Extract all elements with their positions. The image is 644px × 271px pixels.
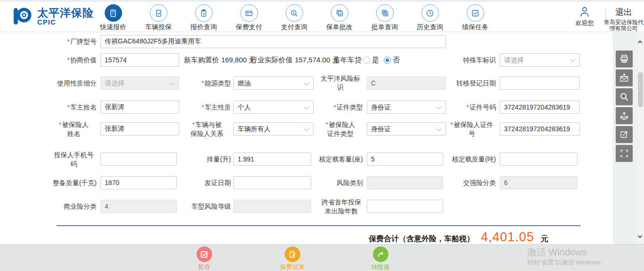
- model-risk-input: [233, 200, 311, 213]
- scroll-up-icon[interactable]: [638, 41, 643, 45]
- nav-item-policy-endorse[interactable]: 保单批改: [317, 2, 362, 32]
- welcome-text: 欢迎您: [576, 19, 594, 27]
- field-label-cpic-risk: 太平洋风险标 识: [320, 74, 361, 92]
- nav-item-quick-quote[interactable]: 快速报价: [91, 2, 136, 32]
- issue-date-input[interactable]: [233, 176, 311, 189]
- nav-item-premium-pay[interactable]: 保费支付: [226, 2, 272, 32]
- action-label: 保费试算: [280, 263, 305, 271]
- load-input[interactable]: [500, 152, 578, 166]
- owner-type-select[interactable]: 个人: [233, 101, 314, 114]
- user-icon: [578, 6, 591, 18]
- nav-label: 历史查询: [417, 23, 443, 32]
- save-draft-button[interactable]: 暂存: [181, 246, 228, 271]
- main-nav: 快速报价 车辆投保 ¥ 报价查询: [91, 2, 498, 32]
- negotiated-value-input[interactable]: [100, 53, 179, 67]
- nav-item-history-query[interactable]: 历史查询: [407, 2, 453, 32]
- edit-button[interactable]: [616, 126, 633, 143]
- relation-select[interactable]: 车辆所有人: [233, 122, 314, 136]
- special-flag-select[interactable]: 请选择: [500, 53, 580, 67]
- cert-no-input[interactable]: [500, 101, 580, 114]
- app-window: 太平洋保险 CPIC 快速报价: [0, 0, 644, 271]
- field-label-load: 核定载质量(吨): [438, 152, 496, 166]
- loan-yes-radio[interactable]: 是: [363, 53, 379, 67]
- chevron-down-icon: [436, 126, 441, 131]
- cpic-risk-input: [367, 76, 446, 90]
- edit-icon: [619, 129, 629, 140]
- seats-input[interactable]: [367, 152, 443, 166]
- windows-activation-watermark-sub: 转到“设置”以激活 Windows。: [527, 258, 607, 267]
- field-label-transfer-date: 转移登记日期: [443, 76, 496, 90]
- history-query-icon: [421, 4, 439, 22]
- transfer-date-input[interactable]: [500, 76, 580, 90]
- new-car-price-text: 新车购置价 169,800 元: [184, 53, 256, 67]
- field-label-curb-weight: 整备质量(千克): [19, 176, 97, 189]
- brand-model-input[interactable]: [100, 35, 446, 48]
- nav-item-pay-query[interactable]: ¥ 支付查询: [272, 2, 317, 32]
- phone-input[interactable]: [100, 152, 177, 166]
- premium-calc-button[interactable]: 保费试算: [269, 246, 316, 271]
- right-tool-rail: [613, 33, 644, 244]
- logout-area: 退出 青岛安达保险代理有限公司: [603, 7, 644, 32]
- nav-label: 保单批改: [326, 23, 353, 32]
- logout-button[interactable]: 退出: [615, 7, 632, 18]
- loan-no-radio[interactable]: 否: [384, 53, 400, 67]
- brand-title: 太平洋保险: [37, 7, 94, 18]
- radio-checked-icon: [384, 57, 391, 64]
- nav-label: 报价查询: [190, 23, 217, 32]
- radio-unchecked-icon: [363, 57, 370, 64]
- send-mail-button[interactable]: [616, 69, 633, 86]
- quote-query-icon: ¥: [195, 4, 213, 22]
- nav-item-endorse-query[interactable]: 批单查询: [362, 2, 407, 32]
- field-label-insured-cert-type: *被保险人 证件类型: [320, 120, 361, 138]
- chevron-down-icon: [169, 80, 174, 85]
- insured-name-input[interactable]: [100, 122, 179, 136]
- chevron-down-icon: [304, 126, 309, 131]
- chevron-down-icon: [304, 80, 309, 85]
- curb-weight-input[interactable]: [100, 176, 177, 189]
- nav-label: 保费支付: [236, 23, 262, 32]
- nav-label: 快速报价: [100, 23, 126, 32]
- import-box-icon: [619, 110, 629, 121]
- insured-cert-no-input[interactable]: [500, 122, 580, 136]
- premium-pay-icon: [240, 4, 258, 22]
- field-label-risk-category: 风险类别: [306, 176, 363, 189]
- cross-province-input[interactable]: [367, 200, 443, 213]
- displacement-input[interactable]: [233, 152, 311, 166]
- field-label-insured-cert-no: *被保险人证件 号: [448, 120, 496, 138]
- field-label-energy-type: *能源类型: [182, 76, 231, 90]
- svg-text:¥: ¥: [203, 11, 205, 16]
- print-button[interactable]: [616, 51, 633, 68]
- nav-item-quote-query[interactable]: ¥ 报价查询: [181, 2, 226, 32]
- transfer-insure-button[interactable]: 转投保: [357, 246, 404, 271]
- cert-type-select[interactable]: 身份证: [367, 101, 446, 114]
- multi-year-loan-label: 多年车贷: [333, 53, 362, 67]
- field-label-owner-type: *车主性质: [182, 101, 231, 114]
- owner-name-input[interactable]: [100, 101, 179, 114]
- nav-item-renewal-task[interactable]: 续保任务: [453, 2, 498, 32]
- scroll-down-icon[interactable]: [638, 234, 643, 238]
- chevron-down-icon: [436, 104, 441, 109]
- scrollbar-thumb[interactable]: [638, 72, 643, 107]
- premium-total-unit: 元: [541, 234, 548, 244]
- premium-total-amount: 4,401.05: [481, 230, 534, 245]
- field-label-commercial-class: 商业险分类: [19, 200, 97, 213]
- printer-icon: [619, 54, 629, 64]
- premium-total-label: 保费合计（含意外险，车船税）: [369, 234, 474, 244]
- search-button[interactable]: [616, 88, 633, 105]
- field-label-cert-no: *证件号码: [446, 101, 496, 114]
- vertical-scrollbar[interactable]: [637, 33, 644, 244]
- energy-type-select[interactable]: 燃油: [233, 76, 314, 90]
- premium-calc-icon: [285, 246, 300, 262]
- field-label-insured-name: *被保险人 姓名: [51, 120, 97, 138]
- field-label-seats: 核定载客量(座): [306, 152, 363, 166]
- insured-cert-type-select[interactable]: 身份证: [367, 122, 446, 136]
- ctali-class-input: [500, 176, 578, 189]
- scan-button[interactable]: [616, 145, 633, 162]
- bottom-action-bar: 暂存 保费试算 转投保 激活 Windows 转到“设置”以激活 Windows…: [0, 244, 644, 271]
- scan-icon: [619, 148, 629, 159]
- import-button[interactable]: [616, 107, 633, 124]
- field-label-owner-name: *车主姓名: [19, 101, 97, 114]
- field-label-phone: 投保人手机号 码: [51, 151, 97, 169]
- nav-item-vehicle-insure[interactable]: 车辆投保: [136, 2, 181, 32]
- chevron-down-icon: [570, 57, 575, 62]
